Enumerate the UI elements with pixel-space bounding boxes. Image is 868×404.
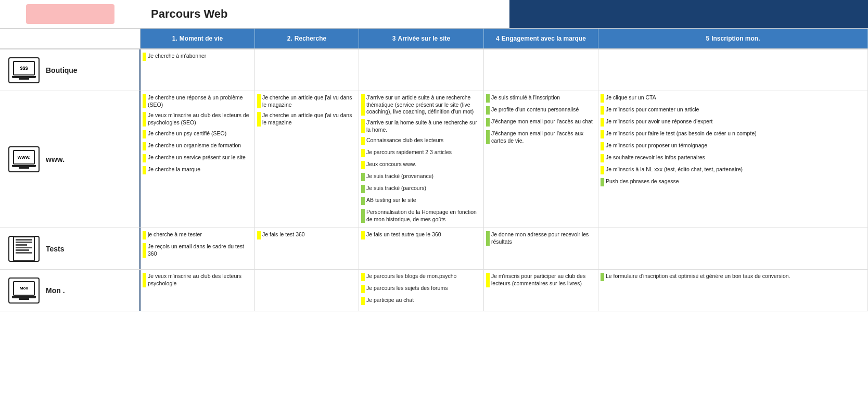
item-text: Je m'inscris à la NL xxx (test, édito ch… (606, 166, 743, 174)
item-color-bar (143, 142, 146, 150)
boutique-col3 (359, 49, 484, 91)
list-item: Je cherche un organisme de formation (143, 142, 252, 150)
list-item: Je profite d'un contenu personnalisé (486, 106, 596, 115)
item-color-bar (601, 94, 604, 103)
item-color-bar (361, 231, 365, 239)
www-col2: Je cherche un article que j'ai vu dans l… (255, 91, 359, 228)
list-item: Je cherche un article que j'ai vu dans l… (257, 94, 356, 108)
www-icon-wrapper: WWW. (8, 146, 40, 172)
item-text: Je m'inscris pour avoir une réponse d'ex… (606, 118, 712, 127)
tests-col3: Je fais un test autre que le 360 (359, 228, 484, 269)
item-text: je cherche à me tester (148, 231, 202, 239)
mon-title: Mon . (46, 286, 65, 295)
row-www: WWW. www. Je cherche une réponse à un pr… (0, 91, 868, 228)
item-color-bar (257, 94, 261, 108)
row-label-header (0, 29, 141, 48)
row-tests: Tests je cherche à me tester Je reçois u… (0, 228, 868, 270)
col-header-1: 1. Moment de vie (141, 29, 255, 48)
www-title: www. (46, 155, 65, 163)
list-item: Je cherche un psy certifié (SEO) (143, 130, 252, 138)
list-item: Je fais le test 360 (257, 231, 356, 239)
list-item: Personnalisation de la Homepage en fonct… (361, 209, 481, 223)
tests-col5 (598, 228, 868, 269)
list-item: J'arrive sur la home suite à une recherc… (361, 119, 481, 133)
mon-col2 (255, 270, 359, 311)
list-item: Connaissance club des lecteurs (361, 137, 481, 145)
item-text: Je fais le test 360 (262, 231, 305, 239)
item-text: AB testing sur le site (366, 197, 416, 205)
list-item: Je parcours les sujets des forums (361, 285, 481, 293)
list-item: Je m'inscris pour avoir une réponse d'ex… (601, 118, 865, 127)
item-color-bar (601, 130, 604, 138)
www-col1: Je cherche une réponse à un problème (SE… (141, 91, 255, 228)
item-text: Je m'inscris pour participer au club des… (491, 273, 596, 287)
item-color-bar (486, 273, 490, 287)
item-text: Je cherche un article que j'ai vu dans l… (262, 94, 356, 108)
item-color-bar (361, 185, 365, 193)
main-grid: $$$ Boutique Je cherche à m'abonner WWW.… (0, 49, 868, 311)
boutique-icon: $$$ (12, 61, 36, 80)
list-item: Je m'inscris pour participer au club des… (486, 273, 596, 287)
list-item: J'échange mon email pour l'accès aux car… (486, 130, 596, 144)
item-color-bar (361, 273, 365, 281)
item-text: Je cherche la marque (148, 166, 200, 174)
list-item: Push des phrases de sagesse (601, 178, 865, 186)
item-color-bar (601, 106, 604, 115)
item-text: Push des phrases de sagesse (606, 178, 679, 186)
list-item: Je m'inscris à la NL xxx (test, édito ch… (601, 166, 865, 174)
logo (26, 4, 114, 24)
item-text: Personnalisation de la Homepage en fonct… (366, 209, 481, 223)
item-text: Je clique sur un CTA (606, 94, 656, 103)
list-item: Je souhaite recevoir les infos partenair… (601, 154, 865, 162)
item-color-bar (143, 94, 146, 108)
list-item: Je cherche un service présent sur le sit… (143, 154, 252, 162)
item-text: J'arrive sur un article suite à une rech… (366, 94, 481, 116)
item-text: Je cherche un organisme de formation (148, 142, 241, 150)
item-text: Jeux concours www. (366, 161, 416, 169)
row-label-tests: Tests (0, 228, 141, 269)
item-text: Je cherche un psy certifié (SEO) (148, 130, 226, 138)
item-text: Je m'inscris pour faire le test (pas bes… (606, 130, 757, 138)
boutique-col1: Je cherche à m'abonner (141, 49, 255, 91)
tests-col2: Je fais le test 360 (255, 228, 359, 269)
item-color-bar (143, 231, 146, 239)
header-title: Parcours Web (141, 7, 509, 21)
item-text: Je reçois un email dans le cadre du test… (148, 243, 252, 257)
item-color-bar (486, 130, 490, 144)
item-text: J'échange mon email pour l'accès au chat (491, 118, 593, 127)
list-item: Je m'inscris pour commenter un article (601, 106, 865, 115)
item-color-bar (143, 243, 146, 257)
list-item: AB testing sur le site (361, 197, 481, 205)
item-color-bar (143, 112, 146, 126)
www-col5: Je clique sur un CTA Je m'inscris pour c… (598, 91, 868, 228)
item-color-bar (486, 231, 490, 245)
item-text: Je cherche un service présent sur le sit… (148, 154, 246, 162)
list-item: Le formulaire d'inscription est optimisé… (601, 273, 865, 281)
page-wrapper: Parcours Web 1. Moment de vie 2. Recherc… (0, 0, 868, 311)
item-text: Je parcours les sujets des forums (366, 285, 448, 293)
item-color-bar (486, 106, 490, 115)
boutique-col2 (255, 49, 359, 91)
col-header-5: 5 Inscription mon. (598, 29, 868, 48)
header-bar (509, 0, 868, 28)
item-text: Je m'inscris pour proposer un témoignage (606, 142, 707, 150)
boutique-col4 (484, 49, 598, 91)
item-color-bar (361, 285, 365, 293)
list-item: Je suis stimulé à l'inscription (486, 94, 596, 103)
list-item: Je cherche à m'abonner (143, 53, 252, 61)
list-item: J'arrive sur un article suite à une rech… (361, 94, 481, 116)
header: Parcours Web (0, 0, 868, 29)
item-color-bar (601, 178, 604, 186)
tests-col1: je cherche à me tester Je reçois un emai… (141, 228, 255, 269)
item-text: Je suis tracké (provenance) (366, 173, 433, 181)
tests-title: Tests (46, 245, 65, 253)
item-color-bar (601, 154, 604, 162)
item-text: Je cherche un article que j'ai vu dans l… (262, 112, 356, 126)
item-text: Connaissance club des lecteurs (366, 137, 443, 145)
item-color-bar (361, 119, 365, 133)
item-color-bar (361, 197, 365, 205)
item-color-bar (257, 112, 261, 126)
list-item: Je parcours les blogs de mon.psycho (361, 273, 481, 281)
item-text: Je donne mon adresse pour recevoir les r… (491, 231, 596, 245)
tests-icon (13, 236, 35, 261)
